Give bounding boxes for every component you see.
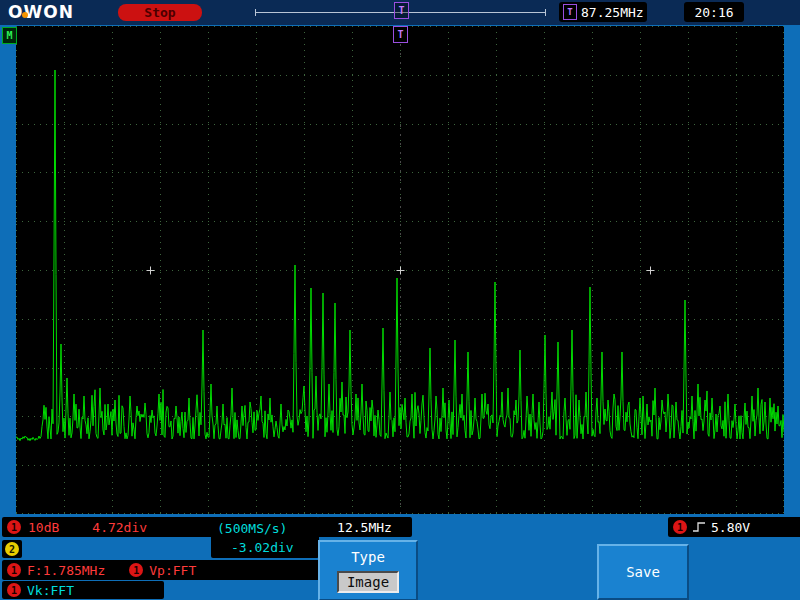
trigger-level: 5.80V (711, 520, 750, 535)
memory-marker: M (2, 27, 17, 44)
ch2-indicator: 2 (2, 540, 22, 558)
ch1-scale-readout: 1 10dB 4.72div (2, 517, 216, 537)
hpos-left-tick (255, 9, 256, 16)
measurement-row-2: 1 Vk:FFT (2, 581, 164, 599)
meas-vk: Vk:FFT (27, 583, 74, 598)
hpos-right-tick (545, 9, 546, 16)
meas-vk-badge: 1 (7, 583, 21, 597)
horizontal-scale: 12.5MHz (337, 520, 392, 535)
ch1-badge: 1 (7, 520, 21, 534)
meas-vp: Vp:FFT (149, 563, 196, 578)
clock: 20:16 (684, 2, 744, 22)
fft-position: -3.02div (217, 538, 294, 557)
ch1-position: 4.72div (92, 520, 147, 535)
save-button-label: Save (626, 564, 660, 580)
ch2-badge: 2 (5, 542, 19, 556)
owon-logo: OWON (8, 2, 74, 22)
type-menu-value: Image (337, 571, 399, 593)
measurement-row-1: 1 F:1.785MHz 1 Vp:FFT (2, 560, 320, 580)
meas-frequency: F:1.785MHz (27, 563, 105, 578)
run-state-indicator: Stop (118, 4, 202, 21)
trigger-position-marker: T (394, 2, 409, 19)
fft-spectrum-display (16, 26, 784, 514)
logo-dot (22, 12, 28, 18)
trigger-source-badge: 1 (673, 520, 687, 534)
type-menu-label: Type (351, 549, 385, 565)
save-button[interactable]: Save (597, 544, 689, 600)
horizontal-scale-readout: 12.5MHz (317, 517, 412, 537)
top-bar: OWON Stop T T 87.25MHz 20:16 (0, 0, 800, 25)
trigger-horizontal-marker: T (393, 26, 408, 43)
meas-vp-group: 1 Vp:FFT (129, 563, 196, 578)
trigger-level-readout: 1 5.80V (668, 517, 800, 537)
sample-rate-readout: (500MS/s) -3.02div (211, 517, 319, 558)
type-menu-button[interactable]: Type Image (318, 540, 418, 600)
rising-edge-icon (692, 521, 706, 533)
oscilloscope-screen: OWON Stop T T 87.25MHz 20:16 M T 1 10dB … (0, 0, 800, 600)
trigger-frequency-readout: T 87.25MHz (559, 2, 647, 22)
trigger-icon: T (563, 4, 577, 20)
ch1-scale: 10dB (28, 520, 59, 535)
sample-rate: (500MS/s) (217, 519, 287, 538)
trigger-frequency-value: 87.25MHz (581, 5, 644, 20)
logo-text: OWON (8, 2, 74, 22)
meas-freq-badge: 1 (7, 563, 21, 577)
meas-vp-badge: 1 (129, 563, 143, 577)
